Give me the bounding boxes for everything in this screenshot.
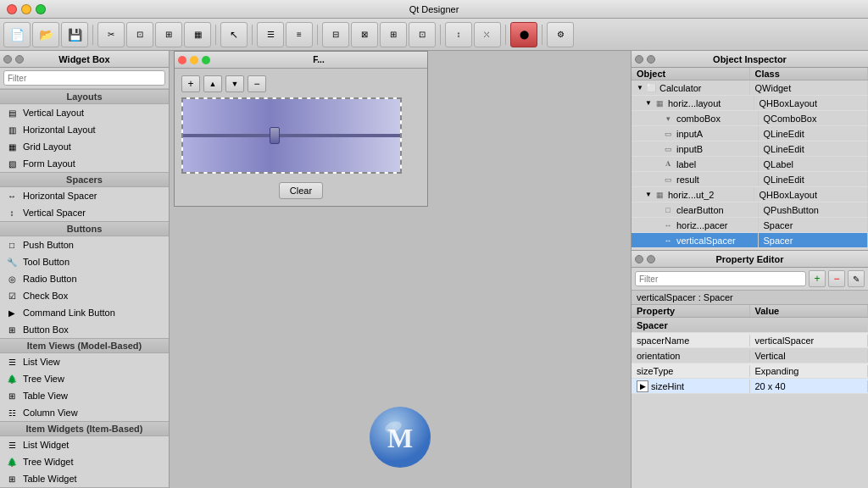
prop-name-text: sizeType: [637, 366, 673, 376]
widget-box-controls[interactable]: [3, 55, 24, 64]
widget-icon: ⊞: [5, 472, 19, 485]
widget-item-list-view[interactable]: ☰List View: [0, 353, 169, 370]
widget-item-check-box[interactable]: ☑Check Box: [0, 287, 169, 304]
design-area[interactable]: F... + ▲ ▼ −: [170, 51, 631, 488]
table-row[interactable]: 𝐀labelQLabel: [632, 157, 868, 172]
tree-arrow-icon[interactable]: ▼: [645, 99, 654, 107]
prop-row[interactable]: orientationVertical: [632, 348, 868, 363]
table-row[interactable]: ▼▦horiz...layoutQHBoxLayout: [632, 96, 868, 111]
toolbar-sep-1: [92, 25, 93, 45]
prop-row[interactable]: ▶sizeHint20 x 40: [632, 379, 868, 394]
form-close-dot[interactable]: [178, 56, 186, 64]
table-row[interactable]: ▼▦horiz...ut_2QHBoxLayout: [632, 187, 868, 202]
form-max-dot[interactable]: [202, 56, 210, 64]
align-left-button[interactable]: ☰: [257, 22, 284, 47]
open-button[interactable]: 📂: [32, 22, 59, 47]
prop-value-cell[interactable]: verticalSpacer: [750, 335, 869, 347]
widget-item-push-button[interactable]: □Push Button: [0, 236, 169, 253]
form-window-title: F...: [214, 55, 424, 64]
obj-object-name: clearButton: [676, 205, 724, 215]
clear-button[interactable]: Clear: [279, 182, 323, 199]
minimize-button[interactable]: [21, 4, 31, 14]
widget-item-label: Vertical Layout: [23, 108, 84, 118]
widget-item-horizontal-layout[interactable]: ▥Horizontal Layout: [0, 121, 169, 138]
obj-row-icon: ⬜: [645, 82, 657, 94]
window-controls[interactable]: [7, 4, 46, 14]
arrow-tool[interactable]: ↖: [220, 22, 248, 47]
widget-item-grid-layout[interactable]: ▦Grid Layout: [0, 138, 169, 155]
settings-button[interactable]: ⚙: [547, 22, 574, 47]
copy-button[interactable]: ⊡: [126, 22, 153, 47]
save-button[interactable]: 💾: [61, 22, 88, 47]
horizontal-layout-button[interactable]: ⊟: [322, 22, 349, 47]
preview-button[interactable]: ⬤: [510, 22, 537, 47]
obj-row-icon: ↔: [662, 219, 674, 231]
widget-item-horizontal-spacer[interactable]: ↔Horizontal Spacer: [0, 187, 169, 204]
prop-editor-controls[interactable]: [635, 255, 655, 263]
toolbar-sep-6: [505, 25, 506, 45]
cut-button[interactable]: ✂: [97, 22, 125, 47]
table-row[interactable]: ▭resultQLineEdit: [632, 172, 868, 187]
widget-item-tree-widget[interactable]: 🌲Tree Widget: [0, 453, 169, 470]
prop-remove-button[interactable]: −: [828, 270, 845, 287]
slider-handle[interactable]: [270, 127, 280, 144]
prop-edit-button[interactable]: ✎: [848, 270, 865, 287]
right-panels: Object Inspector Object Class ▼⬜Calculat…: [631, 51, 868, 488]
tree-arrow-icon[interactable]: ▼: [637, 84, 645, 92]
adjust-size-button[interactable]: ↕: [445, 22, 472, 47]
widget-icon: ☷: [5, 406, 19, 419]
prop-row[interactable]: spacerNameverticalSpacer: [632, 333, 868, 348]
new-button[interactable]: 📄: [3, 22, 31, 47]
widget-item-button-box[interactable]: ⊞Button Box: [0, 321, 169, 338]
prop-name-text: sizeHint: [651, 381, 684, 391]
grid-layout-button[interactable]: ⊞: [380, 22, 407, 47]
widget-item-command-link-button[interactable]: ▶Command Link Button: [0, 304, 169, 321]
widget-item-vertical-layout[interactable]: ▤Vertical Layout: [0, 104, 169, 121]
table-row[interactable]: ↔horiz...pacerSpacer: [632, 218, 868, 233]
layout-button[interactable]: ▦: [184, 22, 211, 47]
widget-item-label: Form Layout: [23, 158, 75, 169]
widget-item-label: Check Box: [23, 291, 68, 301]
table-row[interactable]: ▾comboBoxQComboBox: [632, 111, 868, 126]
form-min-dot[interactable]: [190, 56, 198, 64]
widget-item-tool-button[interactable]: 🔧Tool Button: [0, 253, 169, 270]
prop-filter-input[interactable]: [635, 271, 806, 286]
prop-row[interactable]: sizeTypeExpanding: [632, 363, 868, 379]
form-remove-button[interactable]: −: [248, 75, 266, 92]
widget-item-tree-view[interactable]: 🌲Tree View: [0, 370, 169, 387]
form-layout-button[interactable]: ⊡: [409, 22, 436, 47]
table-row[interactable]: ▭inputBQLineEdit: [632, 141, 868, 157]
widget-box-filter-bar: [0, 68, 169, 89]
prop-value-cell[interactable]: Expanding: [750, 365, 869, 377]
widget-item-column-view[interactable]: ☷Column View: [0, 404, 169, 421]
table-row[interactable]: ▼⬜CalculatorQWidget: [632, 80, 868, 96]
table-row[interactable]: □clearButtonQPushButton: [632, 202, 868, 218]
widget-item-radio-button[interactable]: ◎Radio Button: [0, 270, 169, 287]
close-button[interactable]: [7, 4, 17, 14]
vertical-layout-button[interactable]: ⊠: [351, 22, 378, 47]
widget-item-vertical-spacer[interactable]: ↕Vertical Spacer: [0, 204, 169, 221]
break-layout-button[interactable]: ⛌: [474, 22, 501, 47]
widget-button[interactable]: ⊞: [155, 22, 182, 47]
table-row[interactable]: ↔verticalSpacerSpacer: [632, 233, 868, 248]
prop-value-cell[interactable]: 20 x 40: [750, 380, 869, 392]
form-up-button[interactable]: ▲: [203, 75, 222, 92]
maximize-button[interactable]: [36, 4, 46, 14]
widget-item-table-widget[interactable]: ⊞Table Widget: [0, 470, 169, 487]
prop-value-cell[interactable]: Vertical: [750, 350, 869, 362]
widget-item-table-view[interactable]: ⊞Table View: [0, 387, 169, 404]
widget-item-list-widget[interactable]: ☰List Widget: [0, 436, 169, 453]
form-add-button[interactable]: +: [181, 75, 200, 92]
prop-add-button[interactable]: +: [809, 270, 826, 287]
widget-item-form-layout[interactable]: ▧Form Layout: [0, 155, 169, 172]
form-down-button[interactable]: ▼: [225, 75, 244, 92]
obj-inspector-controls[interactable]: [635, 55, 655, 64]
panel-dot-1: [3, 55, 12, 64]
prop-expand-icon[interactable]: ▶: [637, 380, 648, 392]
table-row[interactable]: ▭inputAQLineEdit: [632, 126, 868, 141]
prop-name-cell: orientation: [632, 350, 750, 362]
widget-item-label: List Widget: [23, 440, 69, 450]
tree-arrow-icon[interactable]: ▼: [645, 191, 654, 198]
align-center-button[interactable]: ≡: [286, 22, 313, 47]
widget-box-filter-input[interactable]: [3, 70, 165, 86]
